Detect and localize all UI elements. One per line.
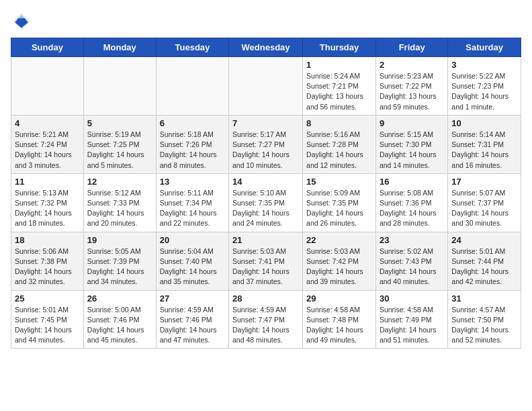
calendar-cell: 24Sunrise: 5:01 AM Sunset: 7:44 PM Dayli… — [448, 232, 521, 290]
calendar-cell: 5Sunrise: 5:19 AM Sunset: 7:25 PM Daylig… — [83, 115, 156, 173]
day-number: 3 — [451, 60, 517, 70]
calendar-cell — [156, 57, 228, 116]
day-info: Sunrise: 5:01 AM Sunset: 7:45 PM Dayligh… — [15, 305, 80, 346]
day-number: 9 — [380, 118, 444, 128]
day-info: Sunrise: 5:23 AM Sunset: 7:22 PM Dayligh… — [380, 71, 444, 112]
day-info: Sunrise: 4:59 AM Sunset: 7:46 PM Dayligh… — [160, 305, 225, 346]
day-number: 24 — [451, 235, 517, 245]
calendar-cell: 12Sunrise: 5:12 AM Sunset: 7:33 PM Dayli… — [83, 173, 156, 232]
day-info: Sunrise: 5:18 AM Sunset: 7:26 PM Dayligh… — [160, 130, 225, 171]
day-number: 14 — [232, 177, 299, 187]
calendar-cell: 6Sunrise: 5:18 AM Sunset: 7:26 PM Daylig… — [156, 115, 228, 173]
col-header-wednesday: Wednesday — [229, 38, 303, 57]
calendar-cell: 3Sunrise: 5:22 AM Sunset: 7:23 PM Daylig… — [448, 57, 521, 116]
day-number: 1 — [306, 60, 372, 70]
day-info: Sunrise: 5:06 AM Sunset: 7:38 PM Dayligh… — [15, 246, 80, 287]
col-header-sunday: Sunday — [11, 38, 84, 57]
calendar-cell: 20Sunrise: 5:04 AM Sunset: 7:40 PM Dayli… — [156, 232, 228, 290]
calendar-cell — [229, 57, 303, 116]
calendar-cell: 15Sunrise: 5:09 AM Sunset: 7:35 PM Dayli… — [303, 173, 376, 232]
day-info: Sunrise: 5:09 AM Sunset: 7:35 PM Dayligh… — [306, 188, 372, 229]
page-header — [11, 11, 521, 32]
day-number: 20 — [160, 235, 225, 245]
col-header-friday: Friday — [375, 38, 447, 57]
calendar-cell: 23Sunrise: 5:02 AM Sunset: 7:43 PM Dayli… — [375, 232, 447, 290]
calendar-cell — [11, 57, 84, 116]
day-number: 4 — [15, 118, 80, 128]
day-info: Sunrise: 5:17 AM Sunset: 7:27 PM Dayligh… — [232, 130, 299, 171]
calendar-week-row: 1Sunrise: 5:24 AM Sunset: 7:21 PM Daylig… — [11, 57, 521, 116]
calendar-cell: 19Sunrise: 5:05 AM Sunset: 7:39 PM Dayli… — [83, 232, 156, 290]
day-info: Sunrise: 5:10 AM Sunset: 7:35 PM Dayligh… — [232, 188, 299, 229]
day-info: Sunrise: 5:07 AM Sunset: 7:37 PM Dayligh… — [451, 188, 517, 229]
calendar-table: SundayMondayTuesdayWednesdayThursdayFrid… — [11, 38, 521, 349]
calendar-cell: 31Sunrise: 4:57 AM Sunset: 7:50 PM Dayli… — [448, 290, 521, 349]
day-info: Sunrise: 4:57 AM Sunset: 7:50 PM Dayligh… — [451, 305, 517, 346]
col-header-monday: Monday — [83, 38, 156, 57]
day-info: Sunrise: 5:02 AM Sunset: 7:43 PM Dayligh… — [380, 246, 444, 287]
calendar-cell: 9Sunrise: 5:15 AM Sunset: 7:30 PM Daylig… — [375, 115, 447, 173]
day-info: Sunrise: 5:05 AM Sunset: 7:39 PM Dayligh… — [87, 246, 152, 287]
calendar-cell: 29Sunrise: 4:58 AM Sunset: 7:48 PM Dayli… — [303, 290, 376, 349]
calendar-cell: 7Sunrise: 5:17 AM Sunset: 7:27 PM Daylig… — [229, 115, 303, 173]
day-number: 18 — [15, 235, 80, 245]
calendar-cell: 4Sunrise: 5:21 AM Sunset: 7:24 PM Daylig… — [11, 115, 84, 173]
day-number: 2 — [380, 60, 444, 70]
day-number: 16 — [380, 177, 444, 187]
day-info: Sunrise: 5:14 AM Sunset: 7:31 PM Dayligh… — [451, 130, 517, 171]
calendar-cell: 8Sunrise: 5:16 AM Sunset: 7:28 PM Daylig… — [303, 115, 376, 173]
day-info: Sunrise: 5:16 AM Sunset: 7:28 PM Dayligh… — [306, 130, 372, 171]
day-number: 13 — [160, 177, 225, 187]
day-number: 15 — [306, 177, 372, 187]
col-header-thursday: Thursday — [303, 38, 376, 57]
day-number: 12 — [87, 177, 152, 187]
col-header-saturday: Saturday — [448, 38, 521, 57]
calendar-cell — [83, 57, 156, 116]
day-number: 17 — [451, 177, 517, 187]
day-info: Sunrise: 5:19 AM Sunset: 7:25 PM Dayligh… — [87, 130, 152, 171]
day-number: 21 — [232, 235, 299, 245]
day-info: Sunrise: 5:21 AM Sunset: 7:24 PM Dayligh… — [15, 130, 80, 171]
logo-icon — [11, 11, 32, 32]
day-number: 29 — [306, 293, 372, 304]
calendar-week-row: 18Sunrise: 5:06 AM Sunset: 7:38 PM Dayli… — [11, 232, 521, 290]
day-info: Sunrise: 5:24 AM Sunset: 7:21 PM Dayligh… — [306, 71, 372, 112]
calendar-cell: 28Sunrise: 4:59 AM Sunset: 7:47 PM Dayli… — [229, 290, 303, 349]
calendar-cell: 21Sunrise: 5:03 AM Sunset: 7:41 PM Dayli… — [229, 232, 303, 290]
calendar-cell: 27Sunrise: 4:59 AM Sunset: 7:46 PM Dayli… — [156, 290, 228, 349]
day-number: 5 — [87, 118, 152, 128]
day-number: 23 — [380, 235, 444, 245]
day-info: Sunrise: 5:15 AM Sunset: 7:30 PM Dayligh… — [380, 130, 444, 171]
calendar-cell: 13Sunrise: 5:11 AM Sunset: 7:34 PM Dayli… — [156, 173, 228, 232]
day-number: 19 — [87, 235, 152, 245]
day-info: Sunrise: 5:00 AM Sunset: 7:46 PM Dayligh… — [87, 305, 152, 346]
day-info: Sunrise: 5:13 AM Sunset: 7:32 PM Dayligh… — [15, 188, 80, 229]
calendar-week-row: 25Sunrise: 5:01 AM Sunset: 7:45 PM Dayli… — [11, 290, 521, 349]
calendar-cell: 25Sunrise: 5:01 AM Sunset: 7:45 PM Dayli… — [11, 290, 84, 349]
calendar-cell: 30Sunrise: 4:58 AM Sunset: 7:49 PM Dayli… — [375, 290, 447, 349]
day-info: Sunrise: 5:03 AM Sunset: 7:42 PM Dayligh… — [306, 246, 372, 287]
day-number: 11 — [15, 177, 80, 187]
calendar-cell: 1Sunrise: 5:24 AM Sunset: 7:21 PM Daylig… — [303, 57, 376, 116]
calendar-cell: 14Sunrise: 5:10 AM Sunset: 7:35 PM Dayli… — [229, 173, 303, 232]
day-info: Sunrise: 5:11 AM Sunset: 7:34 PM Dayligh… — [160, 188, 225, 229]
day-info: Sunrise: 4:58 AM Sunset: 7:48 PM Dayligh… — [306, 305, 372, 346]
calendar-cell: 10Sunrise: 5:14 AM Sunset: 7:31 PM Dayli… — [448, 115, 521, 173]
calendar-header-row: SundayMondayTuesdayWednesdayThursdayFrid… — [11, 38, 521, 57]
calendar-cell: 22Sunrise: 5:03 AM Sunset: 7:42 PM Dayli… — [303, 232, 376, 290]
day-number: 26 — [87, 293, 152, 304]
day-number: 22 — [306, 235, 372, 245]
calendar-cell: 17Sunrise: 5:07 AM Sunset: 7:37 PM Dayli… — [448, 173, 521, 232]
calendar-cell: 11Sunrise: 5:13 AM Sunset: 7:32 PM Dayli… — [11, 173, 84, 232]
calendar-week-row: 11Sunrise: 5:13 AM Sunset: 7:32 PM Dayli… — [11, 173, 521, 232]
day-info: Sunrise: 4:58 AM Sunset: 7:49 PM Dayligh… — [380, 305, 444, 346]
calendar-cell: 16Sunrise: 5:08 AM Sunset: 7:36 PM Dayli… — [375, 173, 447, 232]
calendar-cell: 26Sunrise: 5:00 AM Sunset: 7:46 PM Dayli… — [83, 290, 156, 349]
day-info: Sunrise: 5:01 AM Sunset: 7:44 PM Dayligh… — [451, 246, 517, 287]
logo — [11, 11, 35, 32]
day-number: 6 — [160, 118, 225, 128]
day-info: Sunrise: 4:59 AM Sunset: 7:47 PM Dayligh… — [232, 305, 299, 346]
day-number: 28 — [232, 293, 299, 304]
day-number: 27 — [160, 293, 225, 304]
col-header-tuesday: Tuesday — [156, 38, 228, 57]
